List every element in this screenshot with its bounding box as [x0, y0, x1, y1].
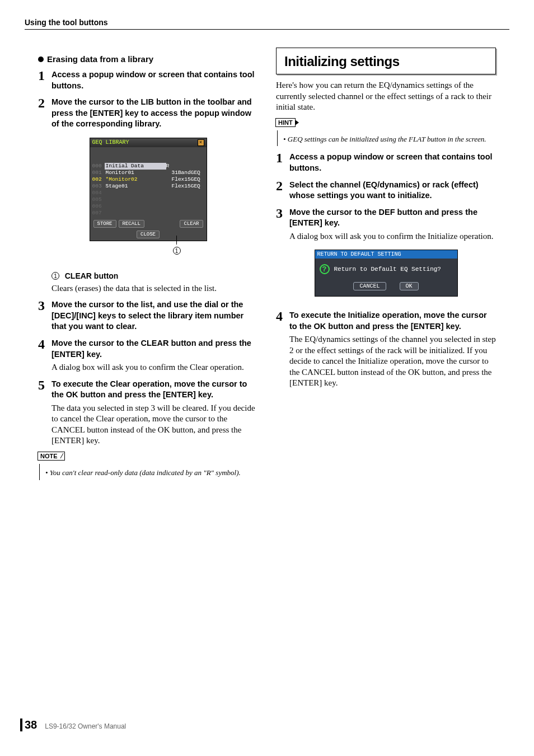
clear-button[interactable]: CLEAR: [180, 220, 203, 228]
store-button[interactable]: STORE: [93, 220, 116, 228]
return-dialog: RETURN TO DEFAULT SETTING ? Return to De…: [315, 250, 458, 297]
step-3: 3 Move the cursor to the list, and use t…: [38, 299, 258, 332]
list-item[interactable]: 000Initial DataR: [92, 163, 204, 170]
callout-marker: 1: [173, 247, 181, 255]
step-num: 3: [276, 207, 289, 229]
recall-button[interactable]: RECALL: [119, 220, 144, 228]
dialog-title: RETURN TO DEFAULT SETTING: [315, 250, 457, 259]
geq-library-dialog: GEQ LIBRARY × 000Initial DataR 001Monito…: [90, 138, 207, 241]
step-num: 2: [276, 180, 289, 201]
ok-button[interactable]: OK: [400, 282, 419, 290]
geq-callout: 1: [38, 245, 258, 260]
list-item[interactable]: 005: [92, 196, 204, 203]
step-1: 1 Access a popup window or screen that c…: [38, 69, 258, 91]
r-step-4: 4 To execute the Initialize operation, m…: [276, 310, 496, 332]
step-num: 4: [276, 310, 289, 332]
r-step-3: 3 Move the cursor to the DEF button and …: [276, 207, 496, 229]
clear-desc: Clears (erases) the data that is selecte…: [51, 283, 258, 294]
header-rule: [25, 29, 509, 30]
r-step-1: 1 Access a popup window or screen that c…: [276, 152, 496, 173]
step-text: Access a popup window or screen that con…: [51, 69, 258, 91]
intro-text: Here's how you can return the EQ/dynamic…: [276, 80, 496, 113]
list-item[interactable]: 002*Monitor02Flex15GEQ: [92, 176, 204, 183]
step-text: To execute the Initialize operation, mov…: [289, 310, 496, 332]
step-num: 3: [38, 299, 51, 332]
step-body: A dialog box will ask you to confirm the…: [289, 231, 496, 242]
section-title: Initializing settings: [284, 54, 488, 69]
clear-button-label: 1 CLEAR button: [51, 271, 258, 281]
footer: 38 LS9-16/32 Owner's Manual: [20, 719, 126, 731]
list-item[interactable]: 006: [92, 203, 204, 210]
close-icon[interactable]: ×: [198, 139, 204, 146]
geq-list[interactable]: 000Initial DataR 001Monitor0131BandGEQ 0…: [91, 162, 205, 218]
hint-block: HINT • GEQ settings can be initialized u…: [276, 118, 496, 147]
question-icon: ?: [320, 264, 330, 274]
step-text: Move the cursor to the list, and use the…: [51, 299, 258, 332]
step-body: A dialog box will ask you to confirm the…: [51, 362, 258, 373]
bullet-icon: [38, 57, 44, 62]
step-text: Access a popup window or screen that con…: [289, 152, 496, 173]
dialog-question: Return to Default EQ Setting?: [334, 266, 441, 273]
close-button[interactable]: CLOSE: [137, 231, 160, 238]
step-text: Move the cursor to the DEF button and pr…: [289, 207, 496, 229]
step-text: Select the channel (EQ/dynamics) or rack…: [289, 180, 496, 201]
list-item[interactable]: 004: [92, 190, 204, 196]
note-label: NOTE: [38, 452, 65, 461]
step-text: To execute the Clear operation, move the…: [51, 379, 258, 401]
r-step-2: 2 Select the channel (EQ/dynamics) or ra…: [276, 180, 496, 201]
step-body: The EQ/dynamics settings of the channel …: [289, 334, 496, 389]
geq-title-bar: GEQ LIBRARY ×: [90, 138, 207, 147]
page-number: 38: [20, 719, 37, 731]
step-body: The data you selected in step 3 will be …: [51, 403, 258, 447]
step-num: 1: [38, 69, 51, 91]
geq-title: GEQ LIBRARY: [92, 139, 129, 145]
step-num: 4: [38, 338, 51, 360]
section-title-box: Initializing settings: [276, 48, 496, 74]
step-text: Move the cursor to the LIB button in the…: [51, 97, 258, 130]
cancel-button[interactable]: CANCEL: [353, 282, 386, 290]
erasing-subheading: Erasing data from a library: [38, 54, 258, 64]
left-column: Erasing data from a library 1 Access a p…: [38, 48, 258, 480]
step-num: 2: [38, 97, 51, 130]
note-text: • You can't clear read-only data (data i…: [45, 468, 258, 478]
list-item[interactable]: 007: [92, 210, 204, 217]
right-column: Initializing settings Here's how you can…: [276, 48, 496, 480]
circle-num-icon: 1: [51, 272, 59, 280]
hint-label: HINT: [275, 118, 296, 127]
step-2: 2 Move the cursor to the LIB button in t…: [38, 97, 258, 130]
list-item[interactable]: 001Monitor0131BandGEQ: [92, 170, 204, 176]
step-text: Move the cursor to the CLEAR button and …: [51, 338, 258, 360]
step-5: 5 To execute the Clear operation, move t…: [38, 379, 258, 401]
book-title: LS9-16/32 Owner's Manual: [45, 722, 126, 730]
hint-text: • GEQ settings can be initialized using …: [283, 135, 496, 144]
note-block: NOTE • You can't clear read-only data (d…: [38, 451, 258, 480]
list-item[interactable]: 003Stage01Flex15GEQ: [92, 183, 204, 190]
step-num: 5: [38, 379, 51, 401]
section-header: Using the tool buttons: [25, 18, 108, 27]
step-4: 4 Move the cursor to the CLEAR button an…: [38, 338, 258, 360]
step-num: 1: [276, 152, 289, 173]
